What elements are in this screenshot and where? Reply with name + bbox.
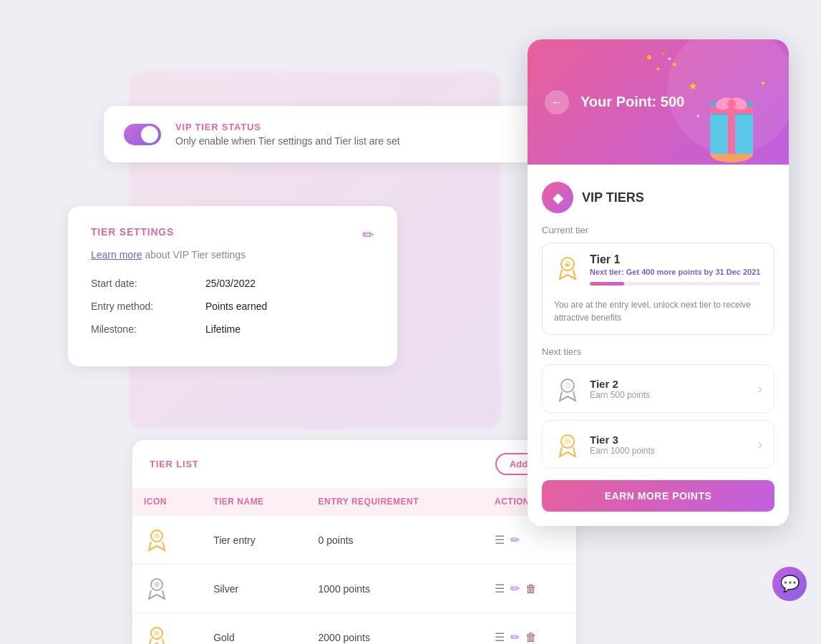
back-button[interactable]: ← (545, 90, 569, 114)
action-icons: ☰ ✏ 🗑 (495, 630, 565, 644)
toggle-knob (141, 126, 158, 143)
next-tiers-label: Next tiers (542, 346, 774, 357)
row-name-cell: Tier entry (202, 516, 306, 565)
tier-gold-icon (144, 623, 170, 644)
earn-more-button[interactable]: EARN MORE POINTS (542, 480, 774, 512)
tier2-requirement: Earn 500 points (590, 390, 749, 400)
detail-icon[interactable]: ☰ (495, 630, 505, 644)
tier1-badge-icon: ★ (554, 253, 581, 280)
svg-point-27 (564, 382, 571, 389)
current-tier-label: Current tier (542, 225, 774, 235)
row-entry-cell: 2000 points (307, 613, 483, 645)
tier-description: You are at the entry level, unlock next … (554, 298, 762, 324)
vip-tiers-header: ◆ VIP TIERS (542, 182, 774, 213)
entry-method-row: Entry method: Points earned (91, 301, 374, 312)
milestone-label: Milestone: (91, 323, 205, 335)
table-row: Gold 2000 points ☰ ✏ 🗑 (132, 613, 576, 645)
edit-row-icon[interactable]: ✏ (510, 630, 520, 644)
purple-chat-circle[interactable]: 💬 (772, 567, 807, 601)
tier2-info: Tier 2 Earn 500 points (590, 378, 749, 400)
row-entry-cell: 1000 points (307, 565, 483, 613)
diamond-icon: ◆ (553, 189, 563, 206)
vip-toggle[interactable] (124, 124, 161, 145)
col-icon: ICON (132, 488, 202, 516)
row-action-cell: ☰ ✏ 🗑 (483, 565, 576, 613)
row-name-cell: Silver (202, 565, 306, 613)
delete-icon[interactable]: 🗑 (525, 582, 537, 595)
current-tier-box: ★ Tier 1 Next tier: Get 400 more points … (542, 243, 774, 335)
learn-more-suffix: about VIP Tier settings (142, 249, 246, 260)
action-icons: ☰ ✏ 🗑 (495, 582, 565, 595)
tier-progress-bar (590, 282, 760, 286)
chat-icon: 💬 (780, 575, 800, 593)
right-panel: ← Your Point: 500 ✦ ✦ ★ (528, 39, 789, 526)
chevron-down-icon: › (758, 381, 762, 396)
svg-point-5 (154, 630, 160, 636)
tier-list-header: TIER LIST Add tier (132, 440, 576, 488)
row-action-cell: ☰ ✏ 🗑 (483, 613, 576, 645)
table-row: Tier entry 0 points ☰ ✏ (132, 516, 576, 565)
tier-settings-header: TIER SETTINGS ✏ (91, 226, 374, 243)
next-tier-text: Next tier: Get 400 more points by 31 Dec… (590, 268, 760, 276)
vip-status-title: VIP TIER STATUS (175, 122, 400, 132)
next-tier-label: Next tier (590, 268, 621, 276)
chevron-down-icon: › (758, 437, 762, 452)
tier3-requirement: Earn 1000 points (590, 446, 749, 456)
delete-icon[interactable]: 🗑 (525, 631, 537, 644)
row-icon-cell (132, 613, 202, 645)
edit-icon[interactable]: ✏ (362, 226, 374, 243)
svg-point-1 (154, 533, 160, 539)
table-row: Silver 1000 points ☰ ✏ 🗑 (132, 565, 576, 613)
svg-point-19 (727, 99, 736, 108)
edit-row-icon[interactable]: ✏ (510, 533, 520, 547)
tier3-info: Tier 3 Earn 1000 points (590, 434, 749, 456)
tier-silver-icon (144, 575, 170, 600)
next-tier-detail: : Get 400 more points by 31 Dec 2021 (621, 268, 760, 276)
svg-point-8 (673, 63, 676, 67)
learn-more-text: Learn more about VIP Tier settings (91, 249, 374, 260)
gift-decoration: ★ ✦ ✦ (685, 68, 778, 165)
vip-tiers-title: VIP TIERS (582, 190, 644, 205)
tier-table: ICON TIER NAME ENTRY REQUIREMENT ACTION … (132, 488, 576, 644)
detail-icon[interactable]: ☰ (495, 582, 505, 595)
back-icon: ← (551, 96, 563, 109)
milestone-value: Lifetime (205, 323, 241, 335)
col-name: TIER NAME (202, 488, 306, 516)
col-entry: ENTRY REQUIREMENT (307, 488, 483, 516)
tier2-item[interactable]: Tier 2 Earn 500 points › (542, 364, 774, 413)
tier2-badge-icon (554, 375, 581, 402)
edit-row-icon[interactable]: ✏ (510, 582, 520, 595)
tier1-name: Tier 1 (590, 253, 760, 266)
tier-settings-card: TIER SETTINGS ✏ Learn more about VIP Tie… (68, 206, 397, 366)
vip-tiers-section: ◆ VIP TIERS Current tier ★ Tier 1 Next t… (528, 165, 789, 526)
learn-more-link[interactable]: Learn more (91, 249, 142, 260)
svg-text:✦: ✦ (696, 113, 701, 119)
detail-icon[interactable]: ☰ (495, 533, 505, 547)
start-date-label: Start date: (91, 278, 205, 289)
tier3-badge-icon (554, 431, 581, 458)
svg-text:★: ★ (565, 262, 570, 268)
svg-point-3 (154, 582, 160, 587)
tier-entry-icon (144, 526, 170, 552)
svg-text:★: ★ (689, 80, 698, 92)
tier-list-title: TIER LIST (150, 459, 199, 469)
entry-method-label: Entry method: (91, 301, 205, 312)
table-header-row: ICON TIER NAME ENTRY REQUIREMENT ACTION (132, 488, 576, 516)
vip-status-card: VIP TIER STATUS Only enable when Tier se… (104, 106, 548, 162)
tier3-item[interactable]: Tier 3 Earn 1000 points › (542, 420, 774, 469)
tier-list-card: TIER LIST Add tier ICON TIER NAME ENTRY … (132, 440, 576, 644)
svg-point-9 (644, 74, 647, 77)
tier-current-info: Tier 1 Next tier: Get 400 more points by… (590, 253, 760, 291)
start-date-value: 25/03/2022 (205, 278, 256, 289)
tier-settings-title: TIER SETTINGS (91, 226, 174, 238)
svg-point-7 (662, 52, 665, 55)
tier3-name: Tier 3 (590, 434, 749, 446)
svg-point-6 (647, 55, 651, 59)
points-header: ← Your Point: 500 ✦ ✦ ★ (528, 39, 789, 165)
action-icons: ☰ ✏ (495, 533, 565, 547)
svg-text:✦: ✦ (760, 79, 766, 87)
svg-text:✦: ✦ (667, 56, 672, 62)
entry-method-value: Points earned (205, 301, 267, 312)
row-name-cell: Gold (202, 613, 306, 645)
tier-progress-fill (590, 282, 624, 286)
